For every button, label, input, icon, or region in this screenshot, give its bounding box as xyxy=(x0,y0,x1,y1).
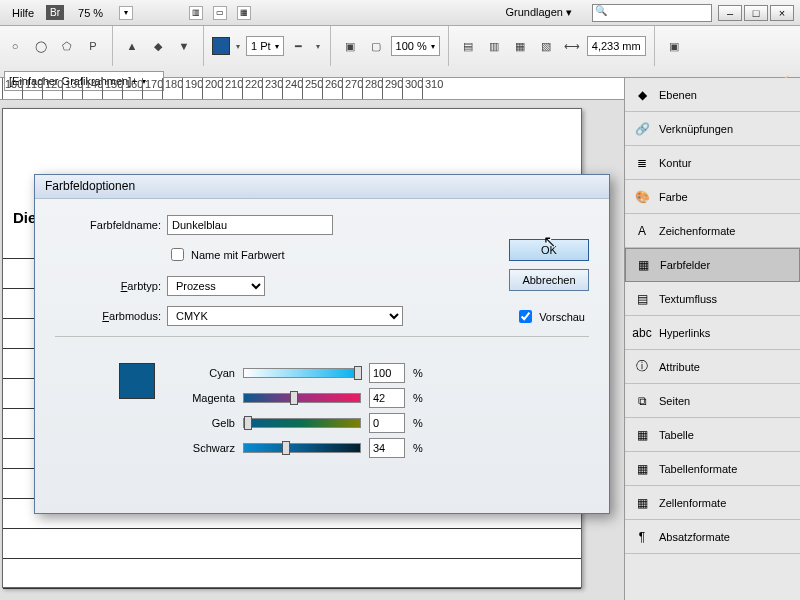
panels-ebenen[interactable]: ◆Ebenen xyxy=(625,78,800,112)
window-maximize-button[interactable]: □ xyxy=(744,5,768,21)
shape-ellipse-icon[interactable]: ○ xyxy=(4,35,26,57)
hyperlinks-icon: abc xyxy=(633,326,651,340)
panels-attribute[interactable]: ⓘAttribute xyxy=(625,350,800,384)
anchor-mid-icon[interactable]: ◆ xyxy=(147,35,169,57)
stroke-style-dd[interactable]: ▾ xyxy=(314,42,322,51)
panels-verknuepfungen[interactable]: 🔗Verknüpfungen xyxy=(625,112,800,146)
ruler-tick: 280 xyxy=(362,78,382,99)
color-mode-select[interactable]: CMYK xyxy=(167,306,403,326)
bridge-badge[interactable]: Br xyxy=(46,5,64,20)
wrap-2-icon[interactable]: ▥ xyxy=(483,35,505,57)
shape-polygon-icon[interactable]: ⬠ xyxy=(56,35,78,57)
swatch-name-input[interactable] xyxy=(167,215,333,235)
cyan-value-input[interactable] xyxy=(369,363,405,383)
panels-zellenformate[interactable]: ▦Zellenformate xyxy=(625,486,800,520)
ruler-tick: 110 xyxy=(22,78,42,99)
farbfelder-icon: ▦ xyxy=(634,258,652,272)
panels-tabelle[interactable]: ▦Tabelle xyxy=(625,418,800,452)
object-style-icon[interactable]: ▣ xyxy=(663,35,685,57)
percent-sign: % xyxy=(413,392,425,404)
measure-icon[interactable]: ⟷ xyxy=(561,35,583,57)
ebenen-icon: ◆ xyxy=(633,88,651,102)
panel-label: Hyperlinks xyxy=(659,327,710,339)
divider xyxy=(55,336,589,337)
kontur-icon: ≣ xyxy=(633,156,651,170)
effects-icon[interactable]: ▣ xyxy=(339,35,361,57)
cyan-slider[interactable] xyxy=(243,368,361,378)
window-minimize-button[interactable]: – xyxy=(718,5,742,21)
panel-label: Verknüpfungen xyxy=(659,123,733,135)
anchor-bot-icon[interactable]: ▼ xyxy=(173,35,195,57)
ruler-tick: 150 xyxy=(102,78,122,99)
stroke-style-icon[interactable]: ━ xyxy=(288,35,310,57)
stroke-weight-combo[interactable]: 1 Pt▾ xyxy=(246,36,284,56)
view-dropdown[interactable]: ▦ xyxy=(237,6,251,20)
distance-combo[interactable]: 4,233 mm xyxy=(587,36,646,56)
text-tool-icon[interactable]: P xyxy=(82,35,104,57)
verknuepfungen-icon: 🔗 xyxy=(633,122,651,136)
zeichenformate-icon: A xyxy=(633,224,651,238)
cancel-button[interactable]: Abbrechen xyxy=(509,269,589,291)
seiten-icon: ⧉ xyxy=(633,394,651,408)
zoom-level[interactable]: 75 % xyxy=(70,7,111,19)
screen-mode-dropdown[interactable]: ▥ xyxy=(189,6,203,20)
zoom-dropdown-icon[interactable]: ▾ xyxy=(119,6,133,20)
panel-label: Farbfelder xyxy=(660,259,710,271)
panel-label: Tabellenformate xyxy=(659,463,737,475)
panel-label: Tabelle xyxy=(659,429,694,441)
arrange-dropdown[interactable]: ▭ xyxy=(213,6,227,20)
black-slider[interactable] xyxy=(243,443,361,453)
corner-icon[interactable]: ▢ xyxy=(365,35,387,57)
scale-combo[interactable]: 100 %▾ xyxy=(391,36,440,56)
divider xyxy=(330,26,331,66)
panels-zeichenformate[interactable]: AZeichenformate xyxy=(625,214,800,248)
ruler-tick: 120 xyxy=(42,78,62,99)
panels-textumfluss[interactable]: ▤Textumfluss xyxy=(625,282,800,316)
divider xyxy=(654,26,655,66)
magenta-value-input[interactable] xyxy=(369,388,405,408)
panel-label: Zeichenformate xyxy=(659,225,735,237)
ruler-tick: 190 xyxy=(182,78,202,99)
magenta-slider[interactable] xyxy=(243,393,361,403)
fill-swatch[interactable] xyxy=(212,37,230,55)
name-with-value-checkbox[interactable] xyxy=(171,248,184,261)
panels-tabellenformate[interactable]: ▦Tabellenformate xyxy=(625,452,800,486)
workspace-switcher[interactable]: Grundlagen ▾ xyxy=(499,4,578,21)
panels-hyperlinks[interactable]: abcHyperlinks xyxy=(625,316,800,350)
panel-label: Ebenen xyxy=(659,89,697,101)
ok-button[interactable]: OK xyxy=(509,239,589,261)
panel-label: Kontur xyxy=(659,157,691,169)
name-label: Farbfeldname: xyxy=(55,219,161,231)
panels-farbfelder[interactable]: ▦Farbfelder xyxy=(625,248,800,282)
preview-checkbox[interactable] xyxy=(519,310,532,323)
attribute-icon: ⓘ xyxy=(633,360,651,374)
table-row xyxy=(3,529,581,559)
ruler-tick: 310 xyxy=(422,78,442,99)
panels-seiten[interactable]: ⧉Seiten xyxy=(625,384,800,418)
panel-label: Absatzformate xyxy=(659,531,730,543)
yellow-slider[interactable] xyxy=(243,418,361,428)
yellow-value-input[interactable] xyxy=(369,413,405,433)
wrap-4-icon[interactable]: ▧ xyxy=(535,35,557,57)
wrap-3-icon[interactable]: ▦ xyxy=(509,35,531,57)
panels-kontur[interactable]: ≣Kontur xyxy=(625,146,800,180)
percent-sign: % xyxy=(413,417,425,429)
menu-help[interactable]: Hilfe xyxy=(6,5,40,21)
color-type-select[interactable]: Prozess xyxy=(167,276,265,296)
panel-dock: ◆Ebenen🔗Verknüpfungen≣Kontur🎨FarbeAZeich… xyxy=(624,78,800,600)
percent-sign: % xyxy=(413,442,425,454)
window-close-button[interactable]: × xyxy=(770,5,794,21)
control-bar: ○ ◯ ⬠ P ▲ ◆ ▼ ▾ 1 Pt▾ ━ ▾ ▣ ▢ 100 %▾ ▤ ▥… xyxy=(0,26,800,78)
wrap-1-icon[interactable]: ▤ xyxy=(457,35,479,57)
ruler-tick: 210 xyxy=(222,78,242,99)
fill-dropdown-icon[interactable]: ▾ xyxy=(234,42,242,51)
search-input[interactable] xyxy=(592,4,712,22)
panels-farbe[interactable]: 🎨Farbe xyxy=(625,180,800,214)
panels-absatzformate[interactable]: ¶Absatzformate xyxy=(625,520,800,554)
ruler-tick: 260 xyxy=(322,78,342,99)
anchor-top-icon[interactable]: ▲ xyxy=(121,35,143,57)
percent-sign: % xyxy=(413,367,425,379)
black-value-input[interactable] xyxy=(369,438,405,458)
shape-ellipse2-icon[interactable]: ◯ xyxy=(30,35,52,57)
black-label: Schwarz xyxy=(175,442,235,454)
